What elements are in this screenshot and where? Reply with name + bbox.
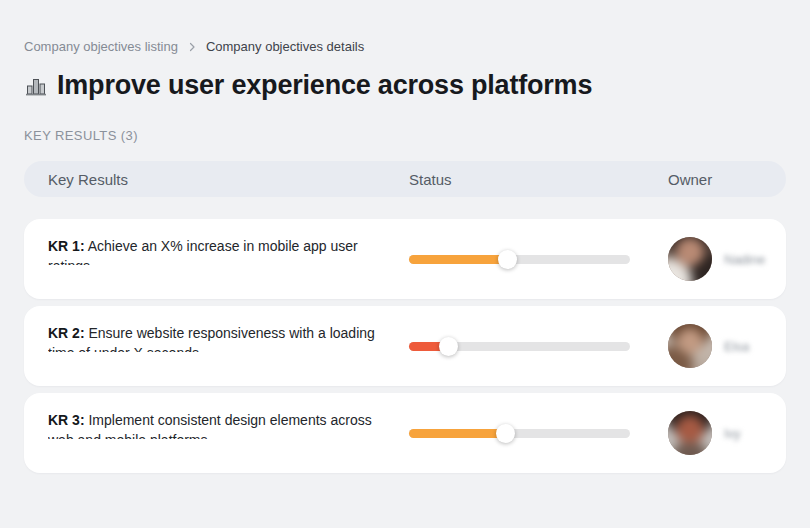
kr-text: Implement consistent design elements acr… [48, 412, 372, 439]
owner-cell: Ivy [668, 411, 762, 455]
page-title-row: Improve user experience across platforms [24, 70, 786, 101]
key-result-row-1[interactable]: KR 1: Achieve an X% increase in mobile a… [24, 219, 786, 299]
key-result-row-2[interactable]: KR 2: Ensure website responsiveness with… [24, 306, 786, 386]
kr-description: KR 1: Achieve an X% increase in mobile a… [48, 219, 385, 265]
table-header: Key Results Status Owner [24, 161, 786, 197]
breadcrumb-item-listing[interactable]: Company objectives listing [24, 39, 178, 54]
chevron-right-icon [186, 41, 198, 53]
slider-thumb[interactable] [498, 250, 517, 269]
owner-avatar [668, 237, 712, 281]
city-bars-icon [24, 74, 48, 98]
owner-avatar [668, 411, 712, 455]
kr-label: KR 2: [48, 325, 85, 341]
slider-thumb[interactable] [496, 424, 515, 443]
kr-text: Ensure website responsiveness with a loa… [48, 325, 375, 352]
owner-avatar [668, 324, 712, 368]
progress-slider[interactable] [409, 424, 630, 443]
key-result-row-3[interactable]: KR 3: Implement consistent design elemen… [24, 393, 786, 473]
column-header-owner: Owner [668, 171, 762, 188]
owner-cell: Nadine [668, 237, 765, 281]
kr-label: KR 1: [48, 238, 85, 254]
page-title: Improve user experience across platforms [57, 70, 592, 101]
key-results-section-label: KEY RESULTS (3) [24, 128, 786, 143]
slider-thumb[interactable] [439, 337, 458, 356]
progress-slider[interactable] [409, 337, 630, 356]
owner-name: Elsa [724, 339, 749, 354]
objective-details-page: Company objectives listing Company objec… [0, 0, 810, 473]
owner-cell: Elsa [668, 324, 762, 368]
kr-label: KR 3: [48, 412, 85, 428]
key-results-list: KR 1: Achieve an X% increase in mobile a… [24, 219, 786, 473]
column-header-key-results: Key Results [48, 171, 409, 188]
breadcrumb-item-details: Company objectives details [206, 39, 364, 54]
kr-text: Achieve an X% increase in mobile app use… [48, 238, 358, 265]
owner-name: Ivy [724, 426, 741, 441]
slider-fill [409, 429, 506, 438]
slider-fill [409, 255, 508, 264]
kr-description: KR 3: Implement consistent design elemen… [48, 393, 385, 439]
kr-description: KR 2: Ensure website responsiveness with… [48, 306, 385, 352]
breadcrumb: Company objectives listing Company objec… [24, 0, 786, 54]
column-header-status: Status [409, 171, 668, 188]
progress-slider[interactable] [409, 250, 630, 269]
owner-name: Nadine [724, 252, 765, 267]
